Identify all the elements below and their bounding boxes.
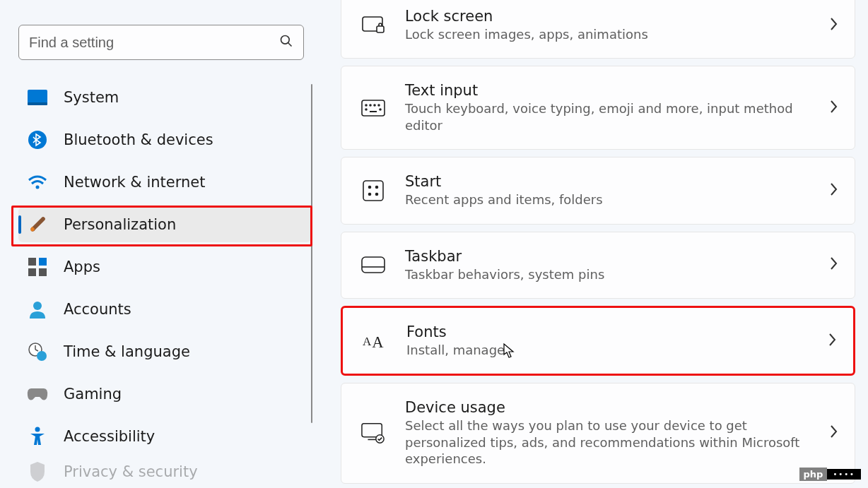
svg-rect-9 <box>39 268 47 276</box>
accessibility-icon <box>27 426 48 447</box>
svg-rect-6 <box>28 258 36 266</box>
svg-point-23 <box>365 109 367 110</box>
sidebar-item-label: Bluetooth & devices <box>64 131 213 148</box>
search-icon <box>279 34 293 51</box>
card-desc: Recent apps and items, folders <box>405 191 829 208</box>
card-desc: Install, manage <box>406 342 828 358</box>
sidebar-item-apps[interactable]: Apps <box>18 249 311 285</box>
sidebar-item-accounts[interactable]: Accounts <box>18 292 311 327</box>
card-lock-screen[interactable]: Lock screen Lock screen images, apps, an… <box>341 0 855 59</box>
svg-text:A: A <box>372 333 384 351</box>
chevron-right-icon <box>829 17 838 34</box>
sidebar-item-label: Gaming <box>64 386 122 403</box>
card-text: Start Recent apps and items, folders <box>405 173 829 208</box>
person-icon <box>27 299 48 320</box>
taskbar-icon <box>361 253 385 277</box>
svg-point-4 <box>28 131 47 149</box>
svg-rect-2 <box>28 90 47 104</box>
svg-rect-17 <box>377 26 384 32</box>
settings-app: System Bluetooth & devices Network & int… <box>0 0 868 488</box>
sidebar-item-label: Accessibility <box>64 428 155 445</box>
sidebar-item-label: System <box>64 89 119 106</box>
sidebar-item-personalization[interactable]: Personalization <box>18 207 311 242</box>
shield-icon <box>27 461 48 482</box>
card-start[interactable]: Start Recent apps and items, folders <box>341 157 855 224</box>
apps-icon <box>27 256 48 278</box>
search-box[interactable] <box>18 25 304 60</box>
card-text: Lock screen Lock screen images, apps, an… <box>405 8 829 42</box>
card-text: Text input Touch keyboard, voice typing,… <box>405 82 829 133</box>
gamepad-icon <box>27 383 48 405</box>
card-desc: Touch keyboard, voice typing, emoji and … <box>405 100 829 133</box>
svg-point-22 <box>378 105 380 106</box>
svg-point-20 <box>370 105 371 106</box>
card-desc: Taskbar behaviors, system pins <box>405 266 829 282</box>
card-desc: Lock screen images, apps, animations <box>405 26 829 42</box>
svg-point-21 <box>374 105 375 106</box>
svg-point-29 <box>369 193 371 195</box>
card-device-usage[interactable]: Device usage Select all the ways you pla… <box>341 383 855 483</box>
svg-point-14 <box>37 351 47 361</box>
sidebar-item-label: Apps <box>64 258 100 275</box>
svg-point-19 <box>365 105 367 106</box>
chevron-right-icon <box>829 424 838 441</box>
card-desc: Select all the ways you plan to use your… <box>405 417 829 467</box>
svg-point-27 <box>369 186 371 188</box>
card-text-input[interactable]: Text input Touch keyboard, voice typing,… <box>341 66 855 150</box>
scrollbar[interactable] <box>311 84 312 423</box>
start-grid-icon <box>361 179 385 203</box>
svg-rect-3 <box>28 102 47 105</box>
svg-point-24 <box>380 109 381 110</box>
chevron-right-icon <box>828 333 836 350</box>
sidebar-item-privacy[interactable]: Privacy & security <box>18 461 311 482</box>
chevron-right-icon <box>829 182 838 199</box>
watermark: php •••• <box>799 468 861 481</box>
search-input[interactable] <box>29 35 279 51</box>
card-title: Taskbar <box>405 248 829 265</box>
chevron-right-icon <box>829 100 838 117</box>
card-title: Device usage <box>405 399 829 416</box>
sidebar-item-gaming[interactable]: Gaming <box>18 376 311 412</box>
card-title: Lock screen <box>405 8 829 25</box>
keyboard-icon <box>361 96 385 120</box>
watermark-right: •••• <box>827 469 861 480</box>
nav-list: System Bluetooth & devices Network & int… <box>18 80 311 482</box>
card-title: Start <box>405 173 829 190</box>
svg-point-10 <box>33 302 42 310</box>
device-usage-icon <box>361 421 385 445</box>
svg-rect-31 <box>362 257 385 273</box>
card-taskbar[interactable]: Taskbar Taskbar behaviors, system pins <box>341 232 855 299</box>
svg-rect-26 <box>363 181 383 201</box>
svg-point-30 <box>376 193 378 195</box>
card-text: Device usage Select all the ways you pla… <box>405 399 829 467</box>
svg-rect-8 <box>28 268 36 276</box>
svg-rect-7 <box>39 258 47 266</box>
bluetooth-icon <box>27 129 48 150</box>
sidebar-item-label: Network & internet <box>64 174 205 191</box>
sidebar-item-bluetooth[interactable]: Bluetooth & devices <box>18 122 311 157</box>
sidebar-item-system[interactable]: System <box>18 80 311 115</box>
card-text: Fonts Install, manage <box>406 323 828 358</box>
svg-point-28 <box>376 186 378 188</box>
sidebar-item-time[interactable]: Time & language <box>18 334 311 369</box>
card-text: Taskbar Taskbar behaviors, system pins <box>405 248 829 282</box>
sidebar-item-label: Accounts <box>64 301 131 318</box>
sidebar-item-network[interactable]: Network & internet <box>18 165 311 200</box>
sidebar: System Bluetooth & devices Network & int… <box>0 7 318 488</box>
chevron-right-icon <box>829 256 838 273</box>
paintbrush-icon <box>27 214 48 235</box>
svg-point-0 <box>281 36 290 44</box>
card-title: Text input <box>405 82 829 99</box>
sidebar-item-label: Time & language <box>64 343 190 360</box>
system-icon <box>27 87 48 108</box>
sidebar-item-accessibility[interactable]: Accessibility <box>18 419 311 454</box>
svg-rect-18 <box>362 100 385 116</box>
sidebar-item-label: Privacy & security <box>64 463 198 480</box>
card-title: Fonts <box>406 323 828 340</box>
card-fonts[interactable]: AA Fonts Install, manage <box>341 306 855 376</box>
svg-line-1 <box>288 43 292 47</box>
sidebar-item-label: Personalization <box>64 216 176 233</box>
svg-text:A: A <box>363 334 372 347</box>
main-content: Lock screen Lock screen images, apps, an… <box>318 7 868 488</box>
svg-point-5 <box>36 186 40 189</box>
